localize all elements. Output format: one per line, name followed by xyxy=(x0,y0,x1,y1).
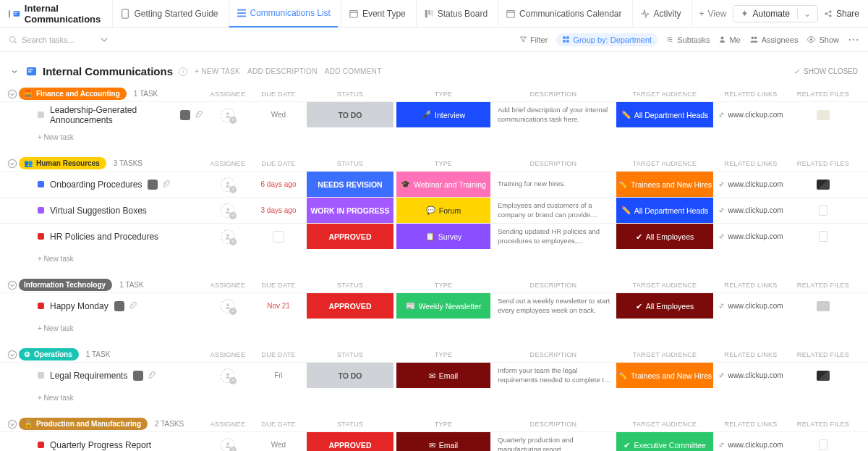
due-date[interactable]: Nov 21 xyxy=(267,302,290,310)
link[interactable]: www.clickup.com xyxy=(718,206,783,214)
task-title-cell[interactable]: Onboarding Procedures xyxy=(0,172,203,197)
link[interactable]: www.clickup.com xyxy=(718,232,783,240)
me-button[interactable]: Me xyxy=(718,35,740,44)
links-cell[interactable]: www.clickup.com xyxy=(716,198,786,223)
due-date[interactable]: 3 days ago xyxy=(261,206,297,214)
task-title-cell[interactable]: HR Policies and Procedures xyxy=(0,224,203,249)
link[interactable]: www.clickup.com xyxy=(718,371,783,379)
task-title-cell[interactable]: Leadership-Generated Announcements xyxy=(0,102,203,127)
link[interactable]: www.clickup.com xyxy=(718,180,783,188)
tab-communications-calendar[interactable]: Communications Calendar xyxy=(498,0,629,28)
collapse-icon[interactable] xyxy=(7,350,17,360)
links-cell[interactable]: www.clickup.com xyxy=(716,432,786,451)
due-cell[interactable] xyxy=(253,224,304,249)
assignee-empty-icon[interactable] xyxy=(221,203,235,218)
task-row[interactable]: Leadership-Generated Announcements Wed T… xyxy=(0,101,868,127)
chevron-down-icon[interactable] xyxy=(98,34,110,46)
show-button[interactable]: Show xyxy=(807,35,839,44)
group-chip[interactable]: Information Technology xyxy=(19,279,112,291)
task-title-cell[interactable]: Happy Monday xyxy=(0,293,203,319)
tab-event-type[interactable]: Event Type xyxy=(341,0,413,28)
status-cell[interactable]: TO DO xyxy=(307,363,393,388)
audience-cell[interactable]: ✏️All Department Heads xyxy=(616,102,713,127)
file-thumbnail[interactable] xyxy=(817,180,830,190)
chevron-down-icon[interactable]: ⌄ xyxy=(797,9,810,19)
group-chip[interactable]: ⚙ Operations xyxy=(19,348,79,361)
assignee-cell[interactable] xyxy=(203,363,253,388)
type-cell[interactable]: ✉Email xyxy=(396,363,490,388)
assignee-cell[interactable] xyxy=(203,224,253,249)
collapse-icon[interactable] xyxy=(7,89,17,99)
due-cell[interactable]: 3 days ago xyxy=(253,198,304,223)
chevron-down-icon[interactable] xyxy=(10,67,19,76)
filter-button[interactable]: Filter xyxy=(519,35,548,44)
due-cell[interactable]: Nov 21 xyxy=(253,293,304,319)
description-cell[interactable]: Training for new hires. xyxy=(493,172,613,197)
description-cell[interactable]: Inform your team the legal requirements … xyxy=(493,363,613,388)
status-cell[interactable]: NEEDS REVISION xyxy=(307,172,393,197)
assignee-cell[interactable] xyxy=(203,432,253,451)
collapse-icon[interactable] xyxy=(7,419,17,429)
tab-getting-started[interactable]: Getting Started Guide xyxy=(112,0,225,28)
assignee-empty-icon[interactable] xyxy=(221,438,235,452)
assignees-button[interactable]: Assignees xyxy=(749,35,799,44)
due-cell[interactable]: Fri xyxy=(253,363,304,388)
links-cell[interactable]: www.clickup.com xyxy=(716,293,786,319)
tab-status-board[interactable]: Status Board xyxy=(416,0,495,28)
list-title[interactable]: Internal Communications i xyxy=(26,65,187,77)
new-task-button[interactable]: + NEW TASK xyxy=(195,67,240,75)
task-title-cell[interactable]: Legal Requirements xyxy=(0,363,203,388)
type-cell[interactable]: 🎓Webinar and Training xyxy=(396,172,490,197)
more-icon[interactable]: ⋯ xyxy=(848,33,859,46)
type-cell[interactable]: 💬Forum xyxy=(396,198,490,223)
subtasks-button[interactable]: Subtasks xyxy=(666,35,710,44)
tab-communications-list[interactable]: Communications List xyxy=(229,0,338,28)
workspace-title[interactable]: Internal Communications xyxy=(13,3,109,25)
assignee-empty-icon[interactable] xyxy=(221,229,235,244)
file-icon[interactable] xyxy=(819,231,827,242)
file-thumbnail[interactable] xyxy=(817,110,830,120)
task-row[interactable]: Legal Requirements Fri TO DO ✉Email Info… xyxy=(0,362,868,388)
group-chip[interactable]: 🧮 Finance and Accounting xyxy=(19,88,127,100)
assignee-cell[interactable] xyxy=(203,293,253,319)
link[interactable]: www.clickup.com xyxy=(718,111,783,119)
audience-cell[interactable]: ✏️All Department Heads xyxy=(616,198,713,223)
due-cell[interactable]: Wed xyxy=(253,102,304,127)
due-date[interactable]: 6 days ago xyxy=(261,180,297,188)
task-row[interactable]: Onboarding Procedures 6 days ago NEEDS R… xyxy=(0,171,868,197)
assignee-empty-icon[interactable] xyxy=(221,368,235,383)
due-date-empty[interactable] xyxy=(273,231,284,243)
type-cell[interactable]: 🎤Interview xyxy=(396,102,490,127)
type-cell[interactable]: 📋Survey xyxy=(396,224,490,249)
new-task-button[interactable]: + New task xyxy=(0,319,868,332)
status-cell[interactable]: WORK IN PROGRESS xyxy=(307,198,393,223)
audience-cell[interactable]: ✔All Employees xyxy=(616,293,713,319)
info-icon[interactable]: i xyxy=(179,67,187,76)
status-cell[interactable]: APPROVED xyxy=(307,293,393,319)
link[interactable]: www.clickup.com xyxy=(718,302,783,310)
file-thumbnail[interactable] xyxy=(817,301,830,311)
add-description-button[interactable]: ADD DESCRIPTION xyxy=(247,67,318,75)
assignee-cell[interactable] xyxy=(203,102,253,127)
links-cell[interactable]: www.clickup.com xyxy=(716,172,786,197)
description-cell[interactable]: Add brief description of your internal c… xyxy=(493,102,613,127)
assignee-empty-icon[interactable] xyxy=(221,299,235,313)
files-cell[interactable] xyxy=(788,224,858,249)
task-title-cell[interactable]: Virtual Suggestion Boxes xyxy=(0,198,203,223)
assignee-empty-icon[interactable] xyxy=(221,108,235,122)
files-cell[interactable] xyxy=(788,102,858,127)
description-cell[interactable]: Sending updated HR policies and procedur… xyxy=(493,224,613,249)
files-cell[interactable] xyxy=(788,363,858,388)
group-chip[interactable]: 🔒 Production and Manufacturing xyxy=(19,418,148,430)
group-chip[interactable]: 👥 Human Resources xyxy=(19,157,106,169)
audience-cell[interactable]: ✔Executive Committee xyxy=(616,432,713,451)
group-by-button[interactable]: Group by: Department xyxy=(556,33,658,46)
assignee-cell[interactable] xyxy=(203,198,253,223)
links-cell[interactable]: www.clickup.com xyxy=(716,102,786,127)
status-cell[interactable]: APPROVED xyxy=(307,224,393,249)
task-row[interactable]: Virtual Suggestion Boxes 3 days ago WORK… xyxy=(0,197,868,223)
link[interactable]: www.clickup.com xyxy=(718,441,783,449)
file-thumbnail[interactable] xyxy=(817,371,830,381)
audience-cell[interactable]: ✏️Trainees and New Hires xyxy=(616,363,713,388)
automate-button[interactable]: Automate ⌄ xyxy=(733,5,818,22)
